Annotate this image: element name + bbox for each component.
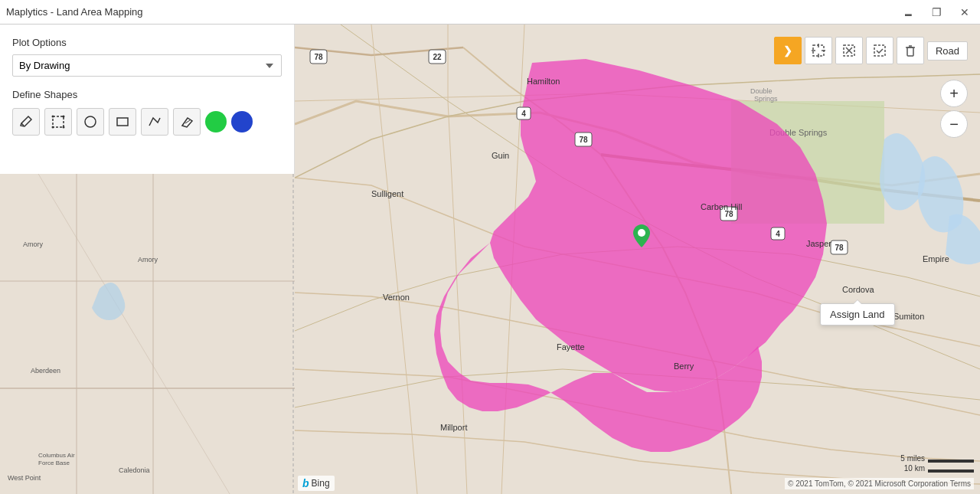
svg-text:Sulligent: Sulligent <box>371 189 403 198</box>
polyline-icon <box>148 115 162 129</box>
map-pin <box>633 224 650 250</box>
deselect-icon <box>842 44 856 57</box>
zoom-out-btn[interactable]: − <box>940 110 968 138</box>
scale-miles-label: 5 miles <box>900 454 925 463</box>
check-select-icon <box>873 44 887 57</box>
left-panel-map: Amory Aberdeen Amory Columbus Air Force … <box>0 174 295 494</box>
define-shapes-label: Define Shapes <box>12 89 282 100</box>
svg-rect-6 <box>117 118 128 126</box>
rectangle-tool[interactable] <box>109 108 136 136</box>
svg-rect-0 <box>53 116 64 127</box>
map-view-road-btn[interactable]: Road <box>927 41 968 61</box>
svg-text:Millport: Millport <box>440 423 467 432</box>
svg-text:Aberdeen: Aberdeen <box>31 367 60 375</box>
attribution-text: © 2021 TomTom, © 2021 Microsoft Corporat… <box>788 479 971 488</box>
rectangle-icon <box>116 115 129 129</box>
minimize-button[interactable]: 🗕 <box>898 5 918 20</box>
map-pin-icon <box>633 224 650 247</box>
nav-arrow-btn[interactable]: ❯ <box>774 37 802 64</box>
delete-tool[interactable] <box>897 37 924 64</box>
bing-text: Bing <box>312 478 330 489</box>
bing-logo: b Bing <box>298 476 335 491</box>
svg-text:Cordova: Cordova <box>842 285 874 294</box>
select-region-icon <box>812 44 825 57</box>
draw-pencil-tool[interactable] <box>12 108 40 136</box>
svg-text:Carbon Hill: Carbon Hill <box>701 202 742 211</box>
app-title: Maplytics - Land Area Mapping <box>6 6 142 18</box>
scale-line-miles: 5 miles <box>900 454 974 463</box>
scale-bar-km <box>928 469 974 473</box>
check-select-tool[interactable] <box>866 37 893 64</box>
svg-text:4: 4 <box>521 110 526 118</box>
svg-text:Columbus Air: Columbus Air <box>38 452 75 459</box>
polygon-icon <box>51 115 65 129</box>
plot-options-select[interactable]: By Drawing By Region By Route <box>12 54 282 77</box>
svg-point-63 <box>638 229 645 237</box>
scale-km-label: 10 km <box>904 464 925 473</box>
svg-rect-8 <box>0 174 295 494</box>
eraser-icon <box>180 115 194 129</box>
svg-rect-59 <box>874 45 885 56</box>
main-container: Plot Options By Drawing By Region By Rou… <box>0 25 980 494</box>
map-svg: Double Springs Double Springs 78 22 4 78 <box>295 25 980 494</box>
select-region-tool[interactable] <box>805 37 832 64</box>
zoom-controls: + − <box>940 80 968 138</box>
plot-options-label: Plot Options <box>12 37 282 48</box>
svg-text:22: 22 <box>433 53 442 61</box>
map-toolbar: ❯ <box>774 37 968 64</box>
svg-point-2 <box>63 116 65 118</box>
svg-text:Amory: Amory <box>23 240 44 248</box>
svg-text:Vernon: Vernon <box>383 293 410 302</box>
close-button[interactable]: ✕ <box>956 5 974 20</box>
trash-icon <box>903 44 917 57</box>
svg-text:Hamilton: Hamilton <box>527 77 560 86</box>
svg-text:4: 4 <box>776 230 780 238</box>
title-bar: Maplytics - Land Area Mapping 🗕 ❐ ✕ <box>0 0 980 25</box>
left-panel-map-svg: Amory Aberdeen Amory Columbus Air Force … <box>0 174 295 494</box>
title-bar-left: Maplytics - Land Area Mapping <box>6 6 142 18</box>
svg-text:Force Base: Force Base <box>38 460 70 466</box>
svg-point-3 <box>63 126 65 129</box>
svg-rect-60 <box>907 47 913 56</box>
circle-tool[interactable] <box>77 108 104 136</box>
svg-text:78: 78 <box>835 244 844 252</box>
scale-bar-miles <box>928 460 974 463</box>
color-blue-btn[interactable] <box>231 111 253 132</box>
bing-b-letter: b <box>302 477 309 489</box>
polyline-tool[interactable] <box>141 108 168 136</box>
scale-bar: 5 miles 10 km <box>900 454 974 473</box>
svg-point-4 <box>52 126 54 129</box>
eraser-tool[interactable] <box>173 108 201 136</box>
zoom-in-btn[interactable]: + <box>940 80 968 107</box>
restore-button[interactable]: ❐ <box>927 5 946 20</box>
svg-point-5 <box>85 116 96 127</box>
deselect-tool[interactable] <box>835 37 863 64</box>
shape-tools <box>12 108 282 136</box>
left-panel: Plot Options By Drawing By Region By Rou… <box>0 25 295 494</box>
pencil-icon <box>19 115 33 129</box>
map-container[interactable]: Double Springs Double Springs 78 22 4 78 <box>295 25 980 494</box>
svg-text:Sumiton: Sumiton <box>893 312 924 321</box>
svg-point-1 <box>52 116 54 118</box>
svg-text:West Point: West Point <box>8 474 41 482</box>
circle-icon <box>83 115 97 129</box>
svg-text:Amory: Amory <box>138 256 158 263</box>
svg-text:78: 78 <box>314 53 323 61</box>
svg-text:Fayette: Fayette <box>557 342 585 352</box>
title-bar-right: 🗕 ❐ ✕ <box>898 5 974 20</box>
svg-text:Springs: Springs <box>754 95 778 103</box>
svg-text:Jasper: Jasper <box>806 239 831 248</box>
color-green-btn[interactable] <box>205 111 227 132</box>
svg-text:Caledonia: Caledonia <box>119 466 150 474</box>
polygon-select-tool[interactable] <box>44 108 72 136</box>
svg-text:Berry: Berry <box>674 362 694 371</box>
svg-text:Empire: Empire <box>923 254 949 263</box>
map-attribution: © 2021 TomTom, © 2021 Microsoft Corporat… <box>785 478 974 489</box>
svg-text:78: 78 <box>579 136 588 144</box>
svg-text:Guin: Guin <box>492 151 509 160</box>
scale-line-km: 10 km <box>904 464 974 473</box>
svg-text:Double: Double <box>750 87 773 95</box>
